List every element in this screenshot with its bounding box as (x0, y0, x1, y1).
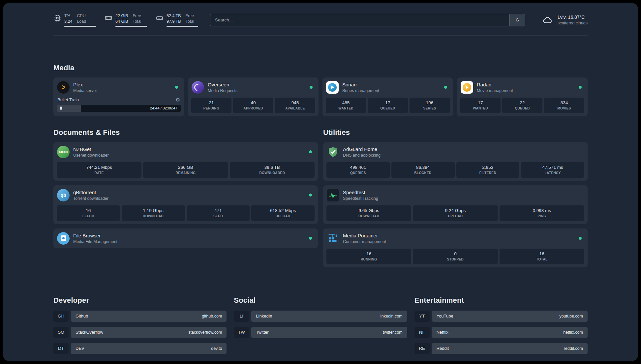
portainer-link[interactable]: Media Portainer Container management (326, 232, 584, 245)
bookmark-dev[interactable]: DT DEV dev.to (53, 343, 227, 354)
pause-icon[interactable] (60, 107, 62, 110)
service-desc: Media server (73, 88, 97, 93)
bookmark-name: DEV (76, 346, 84, 351)
topbar-divider (53, 36, 588, 36)
stat-box: 47.571 ms LATENCY (521, 162, 584, 178)
cpu-widget: 7% 3.24 CPU Load (53, 13, 96, 27)
memory-label-1: Free (133, 13, 141, 18)
service-desc: Container management (343, 239, 386, 244)
weather-condition: scattered clouds (558, 21, 588, 25)
utilities-column: Utilities AdGuard Home (323, 128, 588, 272)
stat-box: 1.19 Gbps DOWNLOAD (122, 205, 185, 221)
overseerr-icon (192, 81, 204, 94)
radarr-icon (461, 81, 473, 94)
filebrowser-link[interactable]: File Browser Media File Management (57, 232, 315, 245)
service-desc: DNS and adblocking (343, 153, 381, 158)
search-provider-button[interactable]: G (509, 14, 525, 26)
disk-label-2: Total (186, 19, 194, 24)
stat-box: 266 GB REMAINING (143, 162, 228, 178)
radarr-card: Radarr Movie management 17 WANTED 22 QUE… (457, 77, 588, 116)
stat-box: 40 APPROVED (233, 98, 273, 113)
service-name: Plex (73, 82, 97, 87)
service-desc: Speedtest Tracking (343, 196, 378, 201)
bookmark-youtube[interactable]: YT YouTube youtube.com (414, 311, 588, 322)
service-desc: Series management (342, 88, 379, 93)
search-input[interactable] (210, 14, 525, 26)
section-title-developer: Developer (53, 296, 227, 305)
status-dot (579, 237, 582, 240)
playback-time: 24:44 / 02:06:47 (150, 106, 177, 110)
stat-box: 17 QUEUED (368, 98, 408, 113)
plex-link[interactable]: > Plex Media server (57, 81, 181, 94)
bookmark-name: YouTube (437, 314, 453, 318)
overseerr-link[interactable]: Overseerr Media Requests (191, 81, 315, 94)
status-dot (309, 194, 312, 197)
bookmark-url: reddit.com (564, 346, 583, 351)
service-name: Sonarr (342, 82, 379, 87)
memory-widget: 22 GiB 64 GiB Free Total (105, 13, 147, 27)
bookmark-netflix[interactable]: NF Netflix netflix.com (414, 327, 588, 338)
qbittorrent-link[interactable]: qb qBittorrent Torrent downloader (57, 189, 315, 202)
bookmark-abbr: NF (414, 327, 430, 338)
memory-label-2: Total (133, 19, 141, 24)
weather-widget: Lviv, 16.87°C scattered clouds (541, 15, 588, 25)
search: G (210, 14, 525, 26)
speedtest-link[interactable]: Speedtest Speedtest Tracking (326, 189, 584, 202)
bookmark-twitter[interactable]: TW Twitter twitter.com (234, 327, 407, 338)
portainer-crane-icon (327, 232, 339, 245)
stat-box: 471 SEED (187, 205, 250, 221)
stat-box: 744.21 Mbps RATE (57, 162, 141, 178)
stat-box: 485 WANTED (326, 98, 366, 113)
service-desc: Torrent downloader (73, 196, 108, 201)
settings-gear-icon[interactable]: ⚙ (176, 97, 180, 102)
service-name: AdGuard Home (343, 146, 381, 152)
adguard-card: AdGuard Home DNS and adblocking 498,461 … (323, 142, 588, 181)
bookmark-url: youtube.com (559, 314, 583, 318)
stat-box: 2,953 FILTERED (456, 162, 520, 178)
overseerr-card: Overseerr Media Requests 21 PENDING 40 A… (188, 77, 319, 116)
stat-box: 16 LEECH (57, 205, 120, 221)
plex-card: > Plex Media server Bullet Train ⚙ 24:44… (53, 77, 184, 116)
speedtest-card: Speedtest Speedtest Tracking 9.65 Gbps D… (323, 185, 588, 224)
stat-box: 16 RUNNING (326, 249, 411, 264)
status-dot (579, 86, 582, 89)
social-bookmarks: Social LI LinkedIn linkedin.com TW Twitt… (234, 296, 407, 343)
plex-icon: > (57, 81, 70, 94)
stat-box: 21 PENDING (191, 98, 231, 113)
memory-icon (105, 14, 112, 22)
bookmark-name: Github (76, 314, 88, 318)
bookmark-url: stackoverflow.com (188, 330, 222, 335)
section-title-utilities: Utilities (323, 128, 588, 137)
sonarr-link[interactable]: Sonarr Series management (326, 81, 450, 94)
service-name: Media Portainer (343, 233, 386, 238)
weather-location: Lviv, 16.87°C (558, 15, 588, 20)
cpu-icon (53, 14, 61, 22)
stat-box: 9.24 Gbps UPLOAD (413, 205, 498, 221)
cpu-percent: 7% (64, 13, 72, 18)
portainer-card: Media Portainer Container management 16 … (323, 228, 588, 267)
bookmark-github[interactable]: GH Github github.com (53, 311, 227, 322)
stat-box: 39.6 TB DOWNLOADED (230, 162, 315, 178)
bookmark-stackoverflow[interactable]: SO StackOverflow stackoverflow.com (53, 327, 227, 338)
adguard-link[interactable]: AdGuard Home DNS and adblocking (326, 145, 584, 159)
radarr-link[interactable]: Radarr Movie management (460, 81, 584, 94)
bookmark-reddit[interactable]: RE Reddit reddit.com (414, 343, 588, 354)
stat-box: 196 SERIES (410, 98, 450, 113)
qbittorrent-icon: qb (57, 189, 70, 201)
disk-usage-bar (167, 26, 198, 27)
bookmark-linkedin[interactable]: LI LinkedIn linkedin.com (234, 311, 407, 322)
section-title-media: Media (53, 64, 588, 72)
entertainment-bookmarks: Entertainment YT YouTube youtube.com NF … (414, 296, 588, 359)
cpu-label-1: CPU (77, 13, 86, 18)
service-desc: Media Requests (208, 88, 237, 93)
nzbget-link[interactable]: nzbget NZBGet Usenet downloader (57, 145, 315, 159)
stat-box: 498,461 QUERIES (326, 162, 390, 178)
cpu-usage-bar (64, 26, 96, 27)
bookmark-abbr: GH (53, 311, 69, 322)
status-dot (309, 150, 312, 153)
playback-progress-bar[interactable]: 24:44 / 02:06:47 (57, 105, 181, 112)
stat-box: 618.52 Mbps UPLOAD (251, 205, 315, 221)
speedtest-waveform-icon (327, 189, 339, 201)
status-dot (310, 86, 313, 89)
top-bar: 7% 3.24 CPU Load (53, 13, 588, 27)
